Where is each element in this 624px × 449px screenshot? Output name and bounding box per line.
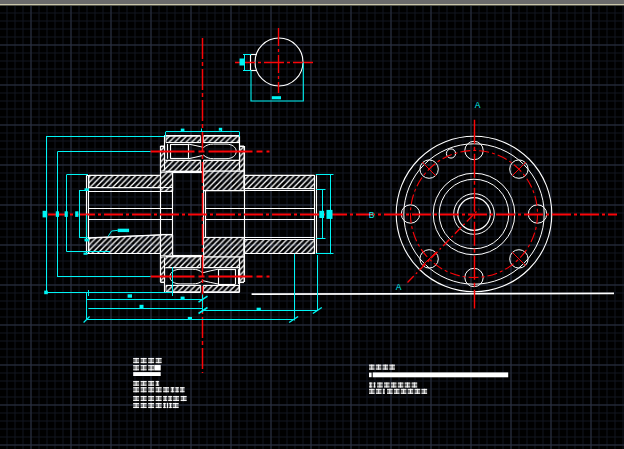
svg-text:A: A [396, 282, 402, 292]
svg-text:A: A [475, 100, 481, 110]
svg-text:B: B [369, 210, 375, 220]
